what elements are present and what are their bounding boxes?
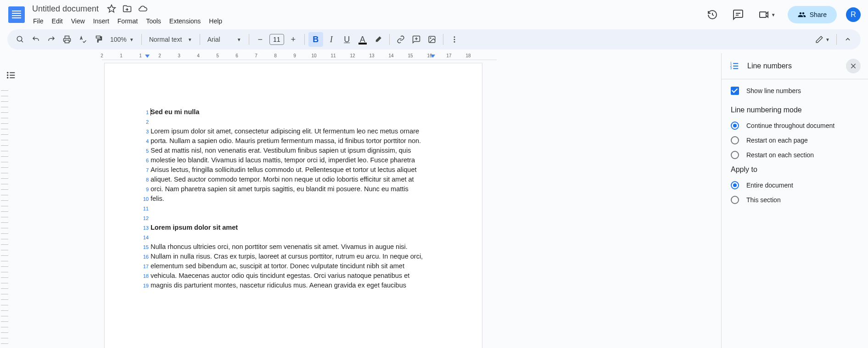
paint-format-icon[interactable] [91, 32, 106, 47]
document-line[interactable]: 13Lorem ipsum dolor sit amet [138, 223, 438, 232]
document-line[interactable]: 19magnis dis parturient montes, nascetur… [138, 281, 438, 290]
line-text[interactable]: felis. [151, 194, 438, 203]
line-text[interactable]: Nulla rhoncus ultricies orci, non portti… [151, 242, 438, 251]
italic-button[interactable]: I [324, 32, 339, 47]
line-text[interactable] [151, 204, 438, 213]
document-line[interactable]: 7Arisus lectus, fringilla sollicitudin t… [138, 165, 438, 175]
document-page[interactable]: 1Sed eu mi nulla2 3Lorem ipsum dolor sit… [105, 63, 482, 348]
document-line[interactable]: 10felis. [138, 194, 438, 204]
separator [304, 34, 305, 45]
cloud-status-icon[interactable] [138, 4, 147, 13]
undo-icon[interactable] [28, 32, 43, 47]
show-line-numbers-checkbox[interactable]: Show line numbers [731, 87, 859, 95]
document-line[interactable]: 11 [138, 204, 438, 213]
close-sidebar-button[interactable] [846, 59, 861, 73]
left-indent-marker[interactable] [145, 55, 150, 58]
line-text[interactable]: Sed eu mi nulla [151, 107, 438, 116]
right-indent-marker[interactable] [431, 55, 435, 58]
bold-button[interactable]: B [308, 32, 323, 47]
star-icon[interactable] [107, 4, 116, 13]
document-line[interactable]: 17elementum sed bibendum ac, suscipit at… [138, 261, 438, 271]
menu-extensions[interactable]: Extensions [166, 16, 204, 27]
account-avatar[interactable]: R [846, 7, 861, 22]
document-line[interactable]: 16Nullam in nulla risus. Cras ex turpis,… [138, 252, 438, 261]
document-line[interactable]: 14 [138, 232, 438, 242]
document-line[interactable]: 3Lorem ipsum dolor sit amet, consectetur… [138, 127, 438, 136]
redo-icon[interactable] [44, 32, 59, 47]
line-text[interactable]: Arisus lectus, fringilla sollicitudin te… [151, 165, 438, 174]
line-text[interactable]: elementum sed bibendum ac, suscipit at t… [151, 261, 438, 271]
vertical-ruler[interactable] [1, 85, 8, 348]
numbering-mode-option[interactable]: Continue throughout document [731, 122, 859, 130]
share-button[interactable]: Share [788, 6, 837, 23]
line-text[interactable]: magnis dis parturient montes, nascetur r… [151, 281, 438, 290]
svg-point-7 [7, 74, 9, 76]
document-line[interactable]: 15Nulla rhoncus ultricies orci, non port… [138, 242, 438, 252]
meet-icon[interactable]: ▼ [756, 6, 778, 23]
move-icon[interactable] [123, 4, 132, 13]
history-icon[interactable] [704, 6, 721, 23]
editing-mode-icon[interactable]: ▼ [812, 32, 833, 47]
menu-file[interactable]: File [29, 16, 47, 27]
apply-to-option[interactable]: Entire document [731, 181, 859, 189]
underline-button[interactable]: U [340, 32, 354, 47]
insert-link-icon[interactable] [393, 32, 408, 47]
spellcheck-icon[interactable] [75, 32, 90, 47]
add-comment-icon[interactable] [409, 32, 424, 47]
numbering-mode-option[interactable]: Restart on each section [731, 151, 859, 159]
menu-edit[interactable]: Edit [48, 16, 67, 27]
search-menus-icon[interactable] [13, 32, 28, 47]
line-text[interactable]: Lorem ipsum dolor sit amet, consectetur … [151, 127, 438, 136]
ruler-tick-label: 7 [255, 53, 258, 58]
document-line[interactable]: 12 [138, 213, 438, 223]
print-icon[interactable] [60, 32, 74, 47]
menu-help[interactable]: Help [205, 16, 226, 27]
highlight-button[interactable] [371, 32, 386, 47]
line-text[interactable]: Lorem ipsum dolor sit amet [151, 223, 438, 232]
document-title[interactable]: Untitled document [29, 3, 101, 15]
menu-view[interactable]: View [67, 16, 89, 27]
line-text[interactable]: aliquet. Sed auctor commodo tempor. Morb… [151, 175, 438, 184]
comments-icon[interactable] [730, 6, 746, 23]
line-text[interactable]: vehicula. Maecenas auctor odio quis tinc… [151, 271, 438, 280]
menu-format[interactable]: Format [114, 16, 141, 27]
horizontal-ruler[interactable]: 21123456789101112131415161718 [102, 53, 497, 61]
apply-to-option[interactable]: This section [731, 196, 859, 204]
line-text[interactable]: orci. Nam pharetra sapien sit amet turpi… [151, 184, 438, 193]
document-line[interactable]: 6molestie leo blandit. Vivamus id lacus … [138, 155, 438, 165]
document-line[interactable]: 2 [138, 117, 438, 127]
docs-logo[interactable] [7, 6, 26, 24]
document-line[interactable]: 9orci. Nam pharetra sapien sit amet turp… [138, 184, 438, 194]
font-size-increase[interactable]: + [286, 32, 301, 47]
line-text[interactable]: Sed at mattis nisl, non venenatis erat. … [151, 146, 438, 155]
line-text[interactable] [151, 117, 438, 126]
menu-tools[interactable]: Tools [142, 16, 165, 27]
document-line[interactable]: 18vehicula. Maecenas auctor odio quis ti… [138, 271, 438, 281]
menu-insert[interactable]: Insert [90, 16, 113, 27]
document-area[interactable]: 21123456789101112131415161718 1Sed eu mi… [22, 53, 721, 348]
line-text[interactable]: molestie leo blandit. Vivamus id lacus m… [151, 155, 438, 165]
svg-text:3: 3 [730, 66, 732, 70]
document-line[interactable]: 8aliquet. Sed auctor commodo tempor. Mor… [138, 175, 438, 184]
document-line[interactable]: 4porta. Nullam a sapien odio. Mauris pre… [138, 136, 438, 146]
line-text[interactable]: porta. Nullam a sapien odio. Mauris pret… [151, 136, 438, 145]
more-options-icon[interactable] [447, 32, 462, 47]
zoom-dropdown[interactable]: 100% ▼ [106, 32, 138, 47]
mode-section-title: Line numbering mode [731, 106, 859, 114]
radio-unchecked-icon [731, 136, 739, 144]
outline-toggle-icon[interactable] [3, 67, 19, 83]
paragraph-style-dropdown[interactable]: Normal text ▼ [146, 32, 196, 47]
insert-image-icon[interactable] [425, 32, 439, 47]
font-size-decrease[interactable]: − [253, 32, 268, 47]
numbering-mode-option[interactable]: Restart on each page [731, 136, 859, 144]
line-text[interactable] [151, 213, 438, 222]
line-text[interactable] [151, 232, 438, 242]
collapse-toolbar-icon[interactable] [840, 32, 855, 47]
line-text[interactable]: Nullam in nulla risus. Cras ex turpis, l… [151, 252, 438, 261]
document-line[interactable]: 1Sed eu mi nulla [138, 107, 438, 117]
font-dropdown[interactable]: Arial ▼ [204, 32, 245, 47]
font-size-input[interactable] [269, 34, 284, 45]
document-line[interactable]: 5Sed at mattis nisl, non venenatis erat.… [138, 146, 438, 155]
text-color-button[interactable]: A [355, 32, 370, 47]
line-number: 5 [138, 146, 149, 155]
